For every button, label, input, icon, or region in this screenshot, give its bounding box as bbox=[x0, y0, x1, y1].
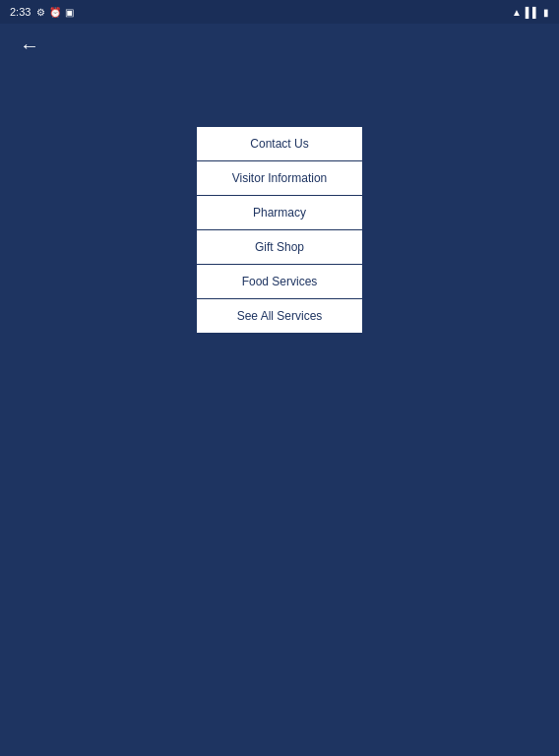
gift-shop-button[interactable]: Gift Shop bbox=[197, 230, 362, 265]
see-all-services-button[interactable]: See All Services bbox=[197, 299, 362, 333]
status-icons: ⚙ ⏰ ▣ bbox=[36, 7, 74, 18]
alarm-icon: ⏰ bbox=[49, 7, 61, 18]
battery-icon: ▮ bbox=[543, 7, 549, 18]
signal-icon: ▌▌ bbox=[526, 7, 539, 18]
contact-us-button[interactable]: Contact Us bbox=[197, 127, 362, 161]
status-bar: 2:33 ⚙ ⏰ ▣ ▲ ▌▌ ▮ bbox=[0, 0, 559, 24]
wifi-icon: ▲ bbox=[512, 7, 522, 18]
menu-container: Contact Us Visitor Information Pharmacy … bbox=[196, 126, 363, 334]
sd-icon: ▣ bbox=[65, 7, 74, 18]
settings-icon: ⚙ bbox=[36, 7, 45, 18]
status-time: 2:33 bbox=[10, 6, 31, 18]
visitor-information-button[interactable]: Visitor Information bbox=[197, 161, 362, 196]
back-button[interactable]: ← bbox=[12, 31, 47, 61]
status-bar-left: 2:33 ⚙ ⏰ ▣ bbox=[10, 6, 74, 18]
pharmacy-button[interactable]: Pharmacy bbox=[197, 196, 362, 230]
nav-bar: ← bbox=[0, 24, 559, 67]
main-content: Contact Us Visitor Information Pharmacy … bbox=[0, 67, 559, 334]
status-bar-right: ▲ ▌▌ ▮ bbox=[512, 7, 549, 18]
food-services-button[interactable]: Food Services bbox=[197, 265, 362, 299]
